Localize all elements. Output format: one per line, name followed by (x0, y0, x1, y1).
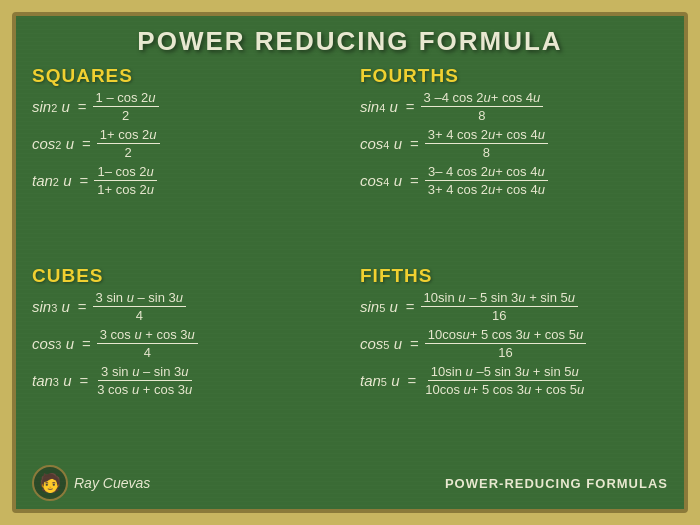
footer-title: POWER-REDUCING FORMULAS (445, 476, 668, 491)
formula-fraction: 3 sin u – sin 3u 4 (93, 290, 186, 323)
author-avatar: 🧑 (32, 465, 68, 501)
formula-row: cos3 u = 3 cos u + cos 3u 4 (32, 327, 340, 360)
formula-row: sin2 u = 1 – cos 2u 2 (32, 90, 340, 123)
formula-fraction: 10sin u – 5 sin 3u + sin 5u 16 (421, 290, 578, 323)
section-title-squares: SQUARES (32, 65, 340, 87)
section-title-fifths: FIFTHS (360, 265, 668, 287)
content-grid: SQUARES sin2 u = 1 – cos 2u 2 cos2 u (32, 63, 668, 459)
section-cubes: CUBES sin3 u = 3 sin u – sin 3u 4 cos3 u (32, 263, 340, 459)
chalkboard: POWER REDUCING FORMULA SQUARES sin2 u = … (12, 12, 688, 513)
author-name: Ray Cuevas (74, 475, 150, 491)
formula-fraction: 3 sin u – sin 3u 3 cos u + cos 3u (94, 364, 195, 397)
formula-row: cos2 u = 1+ cos 2u 2 (32, 127, 340, 160)
formula-fraction: 10sin u –5 sin 3u + sin 5u 10cos u+ 5 co… (422, 364, 587, 397)
formula-row: tan3 u = 3 sin u – sin 3u 3 cos u + cos … (32, 364, 340, 397)
formula-row: cos4 u = 3– 4 cos 2u+ cos 4u 3+ 4 cos 2u… (360, 164, 668, 197)
page-title: POWER REDUCING FORMULA (32, 26, 668, 57)
formula-row: cos4 u = 3+ 4 cos 2u+ cos 4u 8 (360, 127, 668, 160)
formula-base: tan5 u (360, 372, 400, 389)
formula-base: sin2 u (32, 98, 70, 115)
section-title-fourths: FOURTHS (360, 65, 668, 87)
section-squares: SQUARES sin2 u = 1 – cos 2u 2 cos2 u (32, 63, 340, 259)
bottom-bar: 🧑 Ray Cuevas POWER-REDUCING FORMULAS (32, 463, 668, 501)
formula-row: cos5 u = 10cosu+ 5 cos 3u + cos 5u 16 (360, 327, 668, 360)
formula-base: cos4 u (360, 172, 402, 189)
formula-fraction: 10cosu+ 5 cos 3u + cos 5u 16 (425, 327, 586, 360)
formula-fraction: 3– 4 cos 2u+ cos 4u 3+ 4 cos 2u+ cos 4u (425, 164, 548, 197)
section-fifths: FIFTHS sin5 u = 10sin u – 5 sin 3u + sin… (360, 263, 668, 459)
formula-row: sin4 u = 3 –4 cos 2u+ cos 4u 8 (360, 90, 668, 123)
formula-fraction: 3+ 4 cos 2u+ cos 4u 8 (425, 127, 548, 160)
section-fourths: FOURTHS sin4 u = 3 –4 cos 2u+ cos 4u 8 c… (360, 63, 668, 259)
formula-fraction: 3 cos u + cos 3u 4 (97, 327, 198, 360)
formula-row: sin3 u = 3 sin u – sin 3u 4 (32, 290, 340, 323)
section-title-cubes: CUBES (32, 265, 340, 287)
outer-frame: POWER REDUCING FORMULA SQUARES sin2 u = … (0, 0, 700, 525)
formula-base: cos4 u (360, 135, 402, 152)
formula-base: sin5 u (360, 298, 398, 315)
formula-base: tan2 u (32, 172, 72, 189)
author-block: 🧑 Ray Cuevas (32, 465, 150, 501)
formula-base: sin4 u (360, 98, 398, 115)
formula-base: cos2 u (32, 135, 74, 152)
formula-base: cos3 u (32, 335, 74, 352)
formula-base: tan3 u (32, 372, 72, 389)
formula-fraction: 1 – cos 2u 2 (93, 90, 159, 123)
formula-base: cos5 u (360, 335, 402, 352)
formula-fraction: 1– cos 2u 1+ cos 2u (94, 164, 157, 197)
formula-row: sin5 u = 10sin u – 5 sin 3u + sin 5u 16 (360, 290, 668, 323)
formula-row: tan5 u = 10sin u –5 sin 3u + sin 5u 10co… (360, 364, 668, 397)
formula-row: tan2 u = 1– cos 2u 1+ cos 2u (32, 164, 340, 197)
formula-base: sin3 u (32, 298, 70, 315)
formula-fraction: 1+ cos 2u 2 (97, 127, 160, 160)
formula-fraction: 3 –4 cos 2u+ cos 4u 8 (421, 90, 544, 123)
